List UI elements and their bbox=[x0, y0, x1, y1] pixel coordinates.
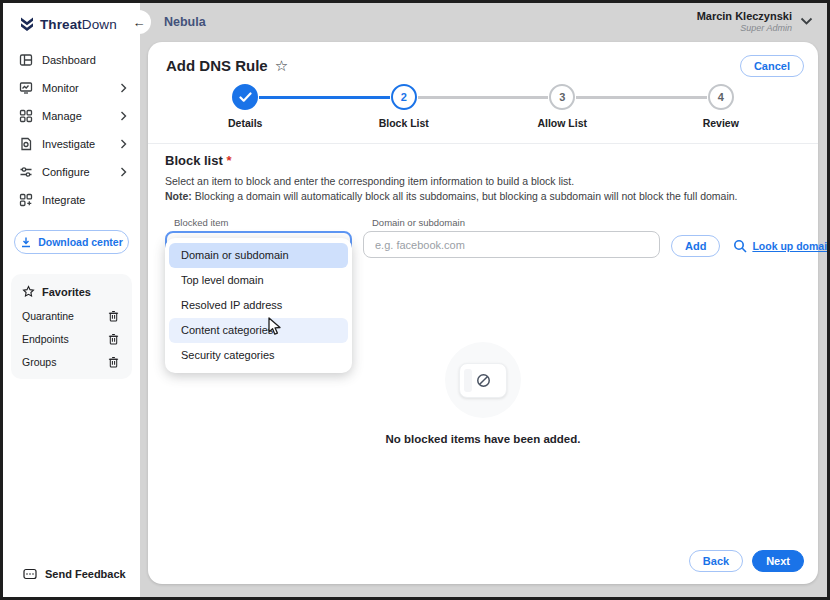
sidebar-item-label: Integrate bbox=[42, 194, 127, 206]
wizard-stepper: Details 2 Block List 3 Allow List 4 Revi… bbox=[166, 81, 800, 132]
threatdown-logo-icon bbox=[19, 16, 35, 32]
block-list-heading: Block list * bbox=[165, 153, 801, 168]
sidebar-item-label: Configure bbox=[42, 166, 111, 178]
investigate-icon bbox=[19, 137, 33, 151]
integrate-icon bbox=[19, 193, 33, 207]
download-icon bbox=[20, 236, 32, 248]
monitor-icon bbox=[19, 81, 33, 95]
sidebar-item-dashboard[interactable]: Dashboard bbox=[3, 46, 140, 74]
sidebar-item-integrate[interactable]: Integrate bbox=[3, 186, 140, 214]
favorite-item-label: Quarantine bbox=[22, 310, 106, 322]
brand-logo: ThreatDown bbox=[3, 3, 140, 42]
chevron-right-icon bbox=[120, 167, 127, 177]
configure-icon bbox=[19, 165, 33, 179]
add-button[interactable]: Add bbox=[671, 235, 720, 257]
dashboard-icon bbox=[19, 53, 33, 67]
step-label: Details bbox=[228, 117, 262, 129]
step-label: Allow List bbox=[537, 117, 587, 129]
dropdown-option-security-categories[interactable]: Security categories bbox=[169, 343, 348, 368]
next-button[interactable]: Next bbox=[752, 550, 804, 572]
main-area: ← Nebula Marcin Kleczynski Super Admin A… bbox=[140, 3, 827, 597]
step-block-list[interactable]: 2 Block List bbox=[325, 81, 484, 132]
favorites-header: Favorites bbox=[20, 283, 123, 304]
dropdown-option-resolved-ip-address[interactable]: Resolved IP address bbox=[169, 293, 348, 318]
step-number: 3 bbox=[549, 84, 575, 110]
chevron-right-icon bbox=[120, 139, 127, 149]
blocked-empty-icon bbox=[459, 363, 507, 398]
check-icon bbox=[232, 84, 258, 110]
sidebar-item-manage[interactable]: Manage bbox=[3, 102, 140, 130]
sidebar-item-label: Monitor bbox=[42, 82, 111, 94]
back-button[interactable]: Back bbox=[689, 550, 743, 572]
note-label: Note: bbox=[165, 190, 192, 202]
block-list-description: Select an item to block and enter the co… bbox=[165, 174, 801, 204]
favorite-item-endpoints[interactable]: Endpoints bbox=[20, 327, 123, 350]
blocked-item-dropdown-menu: Domain or subdomain Top level domain Res… bbox=[165, 238, 352, 373]
description-line: Select an item to block and enter the co… bbox=[165, 174, 801, 189]
domain-field-label: Domain or subdomain bbox=[372, 217, 660, 228]
step-details[interactable]: Details bbox=[166, 81, 325, 132]
empty-state-backdrop bbox=[445, 342, 521, 418]
note-line: Note: Blocking a domain will automatical… bbox=[165, 189, 801, 204]
brand-name: ThreatDown bbox=[40, 17, 117, 32]
sidebar-item-investigate[interactable]: Investigate bbox=[3, 130, 140, 158]
brand-name-bold: Threat bbox=[40, 17, 82, 32]
blocked-item-field-label: Blocked item bbox=[174, 217, 352, 228]
lookup-domain-link[interactable]: Look up domain bbox=[733, 239, 830, 253]
chevron-right-icon bbox=[120, 83, 127, 93]
chevron-right-icon bbox=[120, 111, 127, 121]
step-review[interactable]: 4 Review bbox=[642, 81, 801, 132]
step-number: 4 bbox=[708, 84, 734, 110]
send-feedback-label: Send Feedback bbox=[45, 568, 126, 580]
download-center-label: Download center bbox=[38, 236, 123, 248]
favorites-panel: Favorites Quarantine Endpoints Groups bbox=[11, 274, 132, 379]
send-feedback-button[interactable]: Send Feedback bbox=[3, 568, 140, 597]
sidebar-item-label: Dashboard bbox=[42, 54, 127, 66]
user-menu[interactable]: Marcin Kleczynski Super Admin bbox=[697, 10, 813, 34]
dropdown-option-domain-or-subdomain[interactable]: Domain or subdomain bbox=[169, 243, 348, 268]
step-number: 2 bbox=[391, 84, 417, 110]
wizard-footer: Back Next bbox=[689, 550, 804, 572]
sidebar-collapse-button[interactable]: ← bbox=[127, 10, 151, 34]
sidebar-item-label: Investigate bbox=[42, 138, 111, 150]
note-text: Blocking a domain will automatically blo… bbox=[192, 190, 738, 202]
dropdown-option-top-level-domain[interactable]: Top level domain bbox=[169, 268, 348, 293]
dropdown-option-content-categories[interactable]: Content categories bbox=[169, 318, 348, 343]
favorite-item-label: Groups bbox=[22, 356, 106, 368]
sidebar-item-monitor[interactable]: Monitor bbox=[3, 74, 140, 102]
favorite-item-groups[interactable]: Groups bbox=[20, 350, 123, 373]
chevron-down-icon bbox=[800, 17, 813, 25]
download-center-button[interactable]: Download center bbox=[14, 230, 129, 254]
lookup-domain-label: Look up domain bbox=[752, 240, 830, 252]
user-name: Marcin Kleczynski bbox=[697, 10, 792, 23]
favorite-item-quarantine[interactable]: Quarantine bbox=[20, 304, 123, 327]
trash-icon[interactable] bbox=[106, 331, 121, 347]
sidebar-item-configure[interactable]: Configure bbox=[3, 158, 140, 186]
domain-input[interactable] bbox=[363, 231, 660, 258]
trash-icon[interactable] bbox=[106, 308, 121, 324]
required-marker: * bbox=[226, 153, 231, 168]
manage-icon bbox=[19, 109, 33, 123]
user-role: Super Admin bbox=[697, 23, 792, 34]
favorites-title: Favorites bbox=[42, 286, 91, 298]
step-allow-list[interactable]: 3 Allow List bbox=[483, 81, 642, 132]
brand-name-light: Down bbox=[82, 17, 117, 32]
search-icon bbox=[733, 239, 747, 253]
feedback-icon bbox=[23, 568, 37, 580]
empty-state-text: No blocked items have been added. bbox=[148, 433, 818, 445]
sidebar-nav: Dashboard Monitor Manage Investigate Con… bbox=[3, 46, 140, 214]
wizard-card: Add DNS Rule ☆ Cancel Details 2 Block Li… bbox=[148, 42, 818, 584]
favorite-item-label: Endpoints bbox=[22, 333, 106, 345]
step-label: Block List bbox=[379, 117, 429, 129]
page-title: Add DNS Rule bbox=[166, 57, 268, 74]
sidebar: ThreatDown Dashboard Monitor Manage Inve… bbox=[3, 3, 140, 597]
star-icon bbox=[22, 285, 35, 298]
app-title: Nebula bbox=[164, 15, 206, 29]
trash-icon[interactable] bbox=[106, 354, 121, 370]
favorite-star-icon[interactable]: ☆ bbox=[275, 58, 288, 73]
step-label: Review bbox=[703, 117, 739, 129]
app-window: ThreatDown Dashboard Monitor Manage Inve… bbox=[0, 0, 830, 600]
cancel-button[interactable]: Cancel bbox=[740, 55, 804, 77]
content-area: Add DNS Rule ☆ Cancel Details 2 Block Li… bbox=[140, 40, 827, 597]
topbar: ← Nebula Marcin Kleczynski Super Admin bbox=[140, 3, 827, 40]
